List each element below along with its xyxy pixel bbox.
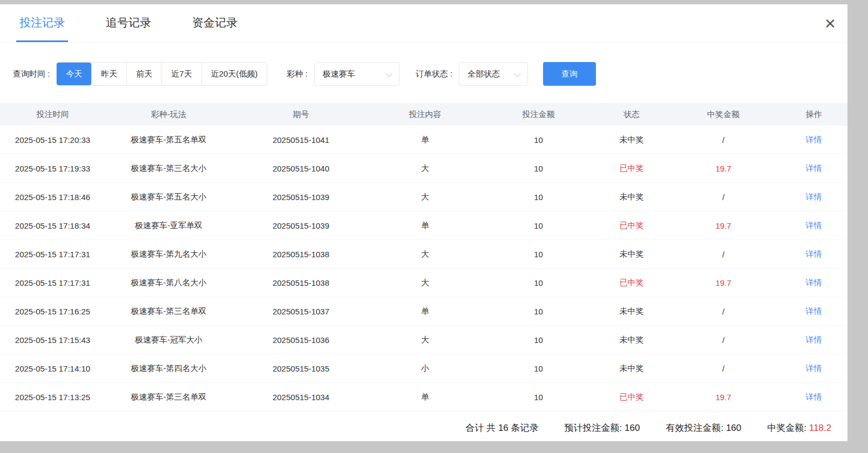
cell-bet-time: 2025-05-15 17:17:31: [0, 278, 105, 287]
cell-issue-number: 20250515-1038: [232, 278, 370, 287]
cell-issue-number: 20250515-1034: [232, 393, 370, 402]
cell-win-amount: /: [667, 135, 780, 145]
cell-win-amount: 19.7: [667, 278, 780, 287]
cell-win-amount: /: [667, 250, 780, 259]
detail-link[interactable]: 详情: [806, 278, 822, 287]
cell-bet-time: 2025-05-15 17:17:31: [0, 250, 105, 259]
lottery-select[interactable]: 极速赛车: [314, 62, 399, 86]
time-today-button[interactable]: 今天: [57, 63, 91, 85]
time-last20days-button[interactable]: 近20天(低频): [201, 63, 267, 85]
cell-game-play: 极速赛车-第八名大小: [105, 278, 232, 288]
cell-status: 未中奖: [596, 335, 667, 345]
cell-bet-content: 单: [370, 135, 480, 145]
cell-action: 详情: [780, 249, 847, 259]
table-row: 2025-05-15 17:15:43极速赛车-冠军大小20250515-103…: [0, 326, 847, 354]
win-amount-value: 118.2: [809, 423, 831, 433]
table-row: 2025-05-15 17:19:33极速赛车-第三名大小20250515-10…: [0, 154, 847, 183]
cell-action: 详情: [780, 192, 847, 202]
chevron-down-icon: [514, 70, 521, 77]
cell-game-play: 极速赛车-第四名大小: [105, 363, 232, 374]
table-row: 2025-05-15 17:16:25极速赛车-第三名单双20250515-10…: [0, 297, 847, 326]
cell-bet-amount: 10: [480, 278, 596, 287]
cell-bet-time: 2025-05-15 17:18:34: [0, 221, 105, 230]
win-amount-text: 中奖金额: 118.2: [767, 422, 831, 434]
tab-fund-records[interactable]: 资金记录: [189, 4, 241, 42]
cell-bet-content: 大: [370, 278, 480, 288]
status-select-value: 全部状态: [467, 69, 500, 79]
detail-link[interactable]: 详情: [806, 163, 822, 173]
cell-bet-time: 2025-05-15 17:13:25: [0, 393, 105, 402]
cell-win-amount: /: [667, 193, 780, 202]
time-yesterday-button[interactable]: 昨天: [91, 63, 126, 85]
table-row: 2025-05-15 17:13:25极速赛车-第三名单双20250515-10…: [0, 383, 847, 411]
cell-bet-content: 单: [370, 221, 480, 231]
cell-status: 未中奖: [596, 192, 667, 202]
bet-records-table: 投注时间 彩种-玩法 期号 投注内容 投注金额 状态 中奖金额 操作 2025-…: [0, 103, 847, 411]
header-cell: 中奖金额: [667, 109, 780, 120]
cell-action: 详情: [780, 306, 847, 317]
cell-win-amount: 19.7: [667, 221, 780, 230]
tab-bet-records[interactable]: 投注记录: [16, 4, 68, 42]
search-button[interactable]: 查询: [543, 62, 596, 86]
table-header-row: 投注时间 彩种-玩法 期号 投注内容 投注金额 状态 中奖金额 操作: [0, 103, 847, 126]
summary-bar: 合计 共 16 条记录 预计投注金额: 160 有效投注金额: 160 中奖金额…: [0, 414, 847, 442]
table-row: 2025-05-15 17:17:31极速赛车-第九名大小20250515-10…: [0, 240, 847, 269]
status-select[interactable]: 全部状态: [459, 62, 528, 86]
detail-link[interactable]: 详情: [806, 363, 822, 373]
detail-link[interactable]: 详情: [806, 249, 822, 258]
cell-status: 已中奖: [596, 278, 667, 288]
total-records-text: 合计 共 16 条记录: [465, 422, 538, 434]
cell-action: 详情: [780, 363, 847, 374]
table-row: 2025-05-15 17:20:33极速赛车-第五名单双20250515-10…: [0, 126, 847, 154]
valid-amount-text: 有效投注金额: 160: [666, 422, 741, 434]
records-modal: 投注记录 追号记录 资金记录 ✕ 查询时间 : 今天 昨天 前天 近7天 近20…: [0, 4, 847, 441]
expected-amount-value: 160: [625, 423, 640, 433]
chevron-down-icon: [385, 70, 392, 77]
detail-link[interactable]: 详情: [806, 306, 822, 315]
table-row: 2025-05-15 17:17:31极速赛车-第八名大小20250515-10…: [0, 269, 847, 297]
table-row: 2025-05-15 17:18:46极速赛车-第五名大小20250515-10…: [0, 183, 847, 211]
close-icon[interactable]: ✕: [820, 14, 840, 33]
cell-bet-time: 2025-05-15 17:14:10: [0, 364, 105, 373]
cell-issue-number: 20250515-1039: [232, 193, 370, 202]
cell-win-amount: /: [667, 364, 780, 373]
detail-link[interactable]: 详情: [806, 335, 822, 344]
expected-amount-text: 预计投注金额: 160: [565, 422, 640, 434]
header-cell: 彩种-玩法: [105, 109, 232, 120]
detail-link[interactable]: 详情: [806, 392, 822, 401]
cell-issue-number: 20250515-1036: [232, 335, 370, 345]
cell-issue-number: 20250515-1040: [232, 164, 370, 173]
cell-game-play: 极速赛车-第五名大小: [105, 192, 232, 202]
cell-action: 详情: [780, 392, 847, 402]
header-cell: 期号: [232, 109, 370, 120]
header-cell: 状态: [596, 109, 667, 120]
cell-issue-number: 20250515-1037: [232, 307, 370, 316]
cell-bet-time: 2025-05-15 17:15:43: [0, 335, 105, 345]
cell-game-play: 极速赛车-冠军大小: [105, 335, 232, 345]
cell-status: 已中奖: [596, 392, 667, 402]
header-cell: 操作: [780, 109, 847, 120]
cell-bet-content: 小: [370, 363, 480, 374]
tab-bar: 投注记录 追号记录 资金记录 ✕: [0, 4, 847, 43]
cell-status: 未中奖: [596, 135, 667, 145]
detail-link[interactable]: 详情: [806, 192, 822, 201]
cell-win-amount: 19.7: [667, 164, 780, 173]
time-daybefore-button[interactable]: 前天: [126, 63, 161, 85]
tab-chase-records[interactable]: 追号记录: [103, 4, 154, 42]
order-status-label: 订单状态 :: [416, 69, 452, 79]
time-range-group: 今天 昨天 前天 近7天 近20天(低频): [56, 62, 267, 86]
detail-link[interactable]: 详情: [806, 135, 822, 144]
lottery-type-label: 彩种 :: [287, 69, 307, 79]
cell-win-amount: 19.7: [667, 393, 780, 402]
cell-bet-amount: 10: [480, 307, 596, 316]
cell-bet-content: 大: [370, 192, 480, 202]
cell-bet-amount: 10: [480, 164, 596, 173]
cell-bet-content: 大: [370, 335, 480, 345]
header-cell: 投注时间: [0, 109, 105, 120]
cell-game-play: 极速赛车-第三名大小: [105, 163, 232, 174]
cell-issue-number: 20250515-1035: [232, 364, 370, 373]
time-last7days-button[interactable]: 近7天: [161, 63, 201, 85]
detail-link[interactable]: 详情: [806, 221, 822, 230]
cell-action: 详情: [780, 335, 847, 345]
cell-bet-amount: 10: [480, 135, 596, 145]
